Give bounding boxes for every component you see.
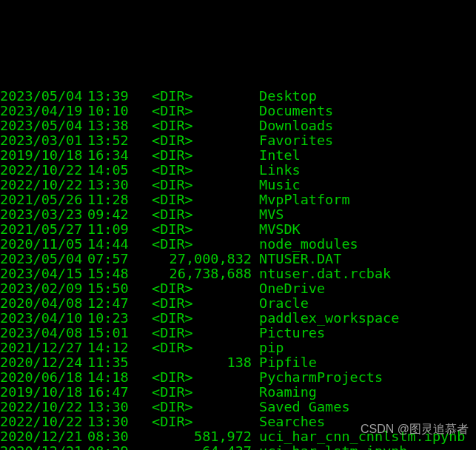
dir-entry: 2022/10/2213:30<DIR>Music [0,178,476,192]
entry-date: 2022/10/22 [0,414,74,429]
dir-entry: 2023/02/0915:50<DIR>OneDrive [0,281,476,296]
entry-time: 09:42 [74,207,137,222]
entry-size: 581,972 [137,429,259,444]
entry-date: 2019/10/18 [0,385,74,400]
entry-size: 64,437 [137,444,259,450]
dir-entry: 2023/04/1010:23<DIR>paddlex_workspace [0,311,476,326]
entry-name: Intel [259,148,301,163]
entry-date: 2023/05/04 [0,252,74,266]
entry-date: 2020/12/24 [0,355,74,370]
entry-date: 2021/12/27 [0,340,74,355]
dir-listing: 2023/05/0413:39<DIR>Desktop2023/04/1910:… [0,89,476,450]
entry-name: Downloads [259,118,333,133]
dir-entry: 2023/05/0413:38<DIR>Downloads [0,118,476,133]
entry-time: 13:30 [74,414,137,429]
entry-date: 2023/04/10 [0,311,74,326]
entry-time: 11:35 [74,355,137,370]
dir-entry: 2023/04/1910:10<DIR>Documents [0,104,476,118]
entry-date: 2023/04/19 [0,104,74,118]
dir-entry: 2023/04/0815:01<DIR>Pictures [0,326,476,340]
entry-dir-marker: <DIR> [137,385,259,400]
terminal-output[interactable]: 2023/05/0413:39<DIR>Desktop2023/04/1910:… [0,59,476,450]
entry-dir-marker: <DIR> [137,178,259,192]
entry-time: 14:18 [74,370,137,385]
entry-time: 11:09 [74,222,137,237]
entry-time: 13:52 [74,133,137,148]
entry-name: PycharmProjects [259,370,383,385]
dir-entry: 2021/05/2611:28<DIR>MvpPlatform [0,192,476,207]
entry-date: 2021/05/26 [0,192,74,207]
entry-name: Links [259,163,301,178]
dir-entry: 2023/04/1515:4826,738,688ntuser.dat.rcba… [0,266,476,281]
entry-name: Saved Games [259,400,350,414]
entry-date: 2022/10/22 [0,178,74,192]
dir-entry: 2020/12/2411:35138Pipfile [0,355,476,370]
entry-date: 2023/04/08 [0,326,74,340]
entry-time: 14:05 [74,163,137,178]
entry-time: 10:23 [74,311,137,326]
dir-entry: 2023/03/2309:42<DIR>MVS [0,207,476,222]
entry-name: MvpPlatform [259,192,350,207]
entry-time: 16:47 [74,385,137,400]
entry-date: 2023/04/15 [0,266,74,281]
dir-entry: 2021/12/2714:12<DIR>pip [0,340,476,355]
entry-date: 2020/12/21 [0,444,74,450]
entry-dir-marker: <DIR> [137,237,259,252]
entry-date: 2023/02/09 [0,281,74,296]
entry-dir-marker: <DIR> [137,192,259,207]
entry-time: 07:57 [74,252,137,266]
entry-time: 15:48 [74,266,137,281]
entry-time: 10:10 [74,104,137,118]
entry-dir-marker: <DIR> [137,89,259,104]
entry-dir-marker: <DIR> [137,326,259,340]
entry-name: node_modules [259,237,358,252]
dir-entry: 2019/10/1816:47<DIR>Roaming [0,385,476,400]
entry-time: 15:01 [74,326,137,340]
entry-name: MVS [259,207,284,222]
entry-date: 2020/12/21 [0,429,74,444]
entry-dir-marker: <DIR> [137,311,259,326]
entry-time: 08:29 [74,444,137,450]
dir-entry: 2023/05/0407:5727,000,832NTUSER.DAT [0,252,476,266]
entry-dir-marker: <DIR> [137,281,259,296]
entry-time: 13:39 [74,89,137,104]
entry-name: Searches [259,414,325,429]
entry-time: 11:28 [74,192,137,207]
dir-entry: 2022/10/2213:30<DIR>Saved Games [0,400,476,414]
entry-name: Roaming [259,385,317,400]
entry-time: 13:38 [74,118,137,133]
entry-dir-marker: <DIR> [137,400,259,414]
entry-time: 14:12 [74,340,137,355]
entry-name: Music [259,178,301,192]
entry-date: 2020/06/18 [0,370,74,385]
entry-name: Pipfile [259,355,317,370]
entry-time: 12:47 [74,296,137,311]
entry-date: 2019/10/18 [0,148,74,163]
dir-entry: 2020/12/2108:2964,437uci_har_lstm.ipynb [0,444,476,450]
entry-dir-marker: <DIR> [137,222,259,237]
entry-name: paddlex_workspace [259,311,399,326]
dir-entry: 2020/11/0514:44<DIR>node_modules [0,237,476,252]
entry-size: 27,000,832 [137,252,259,266]
entry-date: 2022/10/22 [0,163,74,178]
dir-entry: 2020/06/1814:18<DIR>PycharmProjects [0,370,476,385]
entry-dir-marker: <DIR> [137,148,259,163]
entry-date: 2023/05/04 [0,118,74,133]
entry-time: 15:50 [74,281,137,296]
entry-name: Oracle [259,296,309,311]
entry-name: Documents [259,104,333,118]
entry-dir-marker: <DIR> [137,118,259,133]
entry-name: NTUSER.DAT [259,252,341,266]
dir-entry: 2021/05/2711:09<DIR>MVSDK [0,222,476,237]
entry-time: 13:30 [74,178,137,192]
entry-name: Pictures [259,326,325,340]
entry-date: 2023/03/23 [0,207,74,222]
dir-entry: 2023/03/0113:52<DIR>Favorites [0,133,476,148]
entry-dir-marker: <DIR> [137,296,259,311]
entry-date: 2020/11/05 [0,237,74,252]
entry-dir-marker: <DIR> [137,370,259,385]
entry-name: Desktop [259,89,317,104]
entry-dir-marker: <DIR> [137,104,259,118]
entry-size: 138 [137,355,259,370]
entry-dir-marker: <DIR> [137,207,259,222]
